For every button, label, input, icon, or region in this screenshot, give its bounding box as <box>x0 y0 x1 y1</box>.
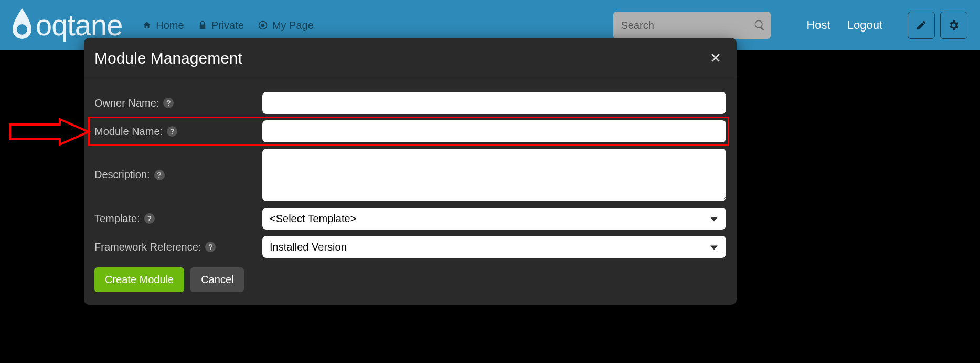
modal-actions: Create Module Cancel <box>94 261 726 292</box>
svg-point-0 <box>17 24 27 35</box>
owner-name-row: Owner Name: ? <box>94 89 726 117</box>
template-label-text: Template: <box>94 213 140 225</box>
framework-label-text: Framework Reference: <box>94 241 201 253</box>
help-icon[interactable]: ? <box>154 170 165 180</box>
description-label: Description: ? <box>94 149 257 185</box>
nav-mypage-label: My Page <box>272 19 314 32</box>
nav-mypage[interactable]: My Page <box>258 19 314 32</box>
help-icon[interactable]: ? <box>144 213 155 224</box>
brand-logo[interactable]: oqtane <box>9 8 122 42</box>
template-row: Template: ? <Select Template> <box>94 204 726 233</box>
brand-name: oqtane <box>36 11 122 40</box>
description-label-text: Description: <box>94 169 150 181</box>
annotation-arrow <box>7 117 91 147</box>
owner-name-input[interactable] <box>262 92 726 114</box>
owner-name-label-text: Owner Name: <box>94 97 159 109</box>
search-input[interactable] <box>621 19 753 32</box>
admin-buttons <box>908 12 967 39</box>
nav-home-label: Home <box>156 19 184 32</box>
svg-marker-3 <box>10 119 89 144</box>
pencil-icon <box>915 19 927 31</box>
module-name-input[interactable] <box>262 120 726 142</box>
template-select[interactable]: <Select Template> <box>262 208 726 230</box>
help-icon[interactable]: ? <box>167 126 177 137</box>
account-links: Host Logout <box>806 18 882 32</box>
nav-private[interactable]: Private <box>198 19 244 32</box>
modal-close-button[interactable] <box>709 51 722 66</box>
module-name-label: Module Name: ? <box>94 121 257 142</box>
module-name-label-text: Module Name: <box>94 126 163 138</box>
logout-link[interactable]: Logout <box>847 18 882 32</box>
settings-button[interactable] <box>940 12 967 39</box>
description-input[interactable] <box>262 149 726 201</box>
framework-select-wrap: Installed Version <box>262 236 726 258</box>
host-link[interactable]: Host <box>806 18 830 32</box>
target-icon <box>258 20 268 30</box>
module-name-row: Module Name: ? <box>94 117 726 146</box>
nav-private-label: Private <box>211 19 244 32</box>
close-icon <box>709 58 722 66</box>
modal-title: Module Management <box>94 49 242 67</box>
framework-row: Framework Reference: ? Installed Version <box>94 233 726 261</box>
drop-icon <box>9 8 35 42</box>
help-icon[interactable]: ? <box>205 242 216 252</box>
home-icon <box>142 20 152 30</box>
framework-select[interactable]: Installed Version <box>262 236 726 258</box>
template-label: Template: ? <box>94 209 257 229</box>
nav-home[interactable]: Home <box>142 19 184 32</box>
gear-icon <box>947 19 960 32</box>
search-box <box>613 12 771 39</box>
svg-point-2 <box>261 24 265 27</box>
modal-body: Owner Name: ? Module Name: ? Description… <box>84 79 737 305</box>
cancel-button[interactable]: Cancel <box>190 267 244 292</box>
modal-header: Module Management <box>84 38 737 79</box>
search-button[interactable] <box>753 19 766 32</box>
owner-name-label: Owner Name: ? <box>94 93 257 113</box>
lock-icon <box>198 20 207 30</box>
search-icon <box>753 19 766 32</box>
template-select-wrap: <Select Template> <box>262 208 726 230</box>
description-row: Description: ? <box>94 146 726 204</box>
help-icon[interactable]: ? <box>163 98 174 108</box>
module-management-modal: Module Management Owner Name: ? Module N… <box>84 38 737 305</box>
primary-nav: Home Private My Page <box>142 19 314 32</box>
framework-label: Framework Reference: ? <box>94 237 257 257</box>
create-module-button[interactable]: Create Module <box>94 267 184 292</box>
edit-page-button[interactable] <box>908 12 935 39</box>
